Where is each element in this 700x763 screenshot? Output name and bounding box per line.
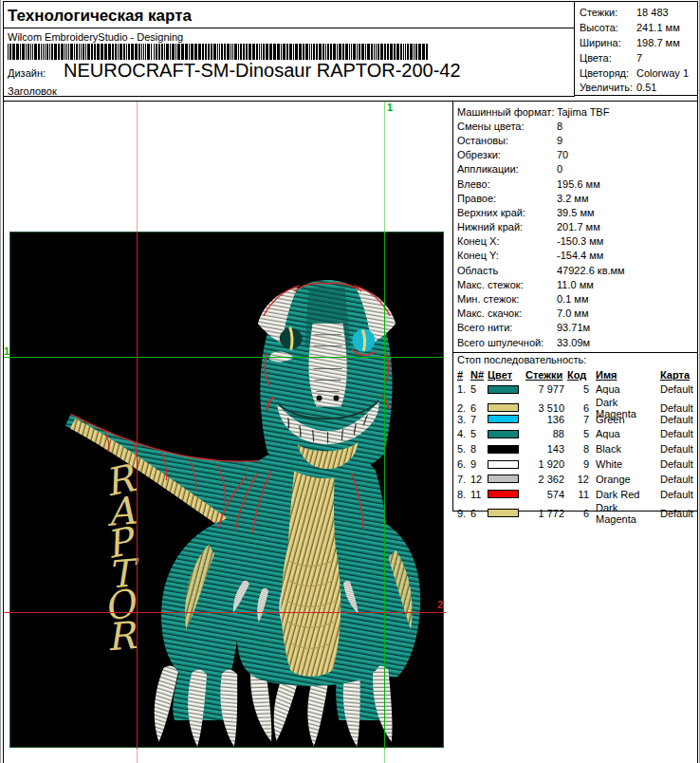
thread-chart: Default bbox=[660, 489, 697, 500]
thread-name: Dark Red bbox=[592, 489, 660, 500]
thread-chart: Default bbox=[660, 443, 697, 455]
info-label: Конец Y: bbox=[457, 250, 557, 261]
summary-row: Стежки:18 483 bbox=[580, 5, 698, 20]
info-label: Конец X: bbox=[457, 235, 557, 247]
thread-color-swatch bbox=[488, 460, 519, 469]
needle-number: 9 bbox=[470, 458, 488, 470]
info-value: 0 bbox=[557, 163, 697, 175]
info-label: Всего шпулечной: bbox=[457, 337, 557, 348]
design-preview: RAPTOR bbox=[9, 232, 444, 748]
column-header: Имя bbox=[596, 369, 617, 381]
summary-label: Цветоряд: bbox=[580, 67, 636, 79]
info-label: Всего нити: bbox=[457, 322, 557, 333]
info-value: 11.0 мм bbox=[557, 279, 697, 290]
column-header: # bbox=[457, 369, 463, 381]
thread-color-swatch bbox=[488, 445, 519, 454]
design-name: NEUROCRAFT-SM-Dinosaur RAPTOR-200-42 bbox=[64, 60, 461, 82]
thread-code: 11 bbox=[567, 489, 592, 500]
thread-code: 7 bbox=[567, 414, 592, 425]
info-value: 3.2 мм bbox=[557, 193, 697, 204]
end-guide-vertical-pale-top bbox=[137, 102, 138, 232]
start-guide-vertical bbox=[384, 232, 385, 749]
summary-row: Цветоряд:Colorway 1 bbox=[580, 65, 698, 81]
column-header: Карта bbox=[660, 369, 690, 381]
summary-label: Цвета: bbox=[580, 52, 636, 64]
stitch-count: 7 977 bbox=[525, 383, 567, 395]
needle-number: 6 bbox=[470, 508, 488, 519]
column-header: N# bbox=[470, 369, 484, 381]
thread-name: Green bbox=[592, 414, 660, 425]
thread-name: Dark Magenta bbox=[592, 502, 660, 525]
thread-code: 5 bbox=[567, 428, 592, 439]
stitch-count: 136 bbox=[525, 414, 567, 425]
thread-code: 9 bbox=[567, 458, 592, 470]
stitch-count: 1 920 bbox=[525, 458, 567, 470]
end-guide-vertical bbox=[137, 232, 138, 749]
needle-number: 5 bbox=[470, 428, 488, 439]
info-value: 39.5 мм bbox=[557, 207, 697, 218]
summary-value: 0.51 bbox=[636, 82, 698, 93]
thread-chart: Default bbox=[660, 474, 697, 485]
needle-number: 6 bbox=[470, 402, 488, 414]
thread-chart: Default bbox=[660, 458, 697, 470]
thread-color-swatch bbox=[488, 475, 519, 483]
table-row: 6.91 9209WhiteDefault bbox=[457, 456, 697, 472]
table-row: 9.61 7726Dark MagentaDefault bbox=[457, 502, 697, 517]
info-row: Макс. стежок:11.0 мм bbox=[457, 277, 697, 291]
row-number: 2. bbox=[457, 402, 470, 414]
info-row: Всего шпулечной:33.09м bbox=[457, 335, 697, 349]
row-number: 4. bbox=[457, 428, 470, 439]
info-value: 9 bbox=[557, 135, 697, 146]
info-label: Обрезки: bbox=[457, 149, 557, 160]
thread-chart: Default bbox=[660, 383, 697, 395]
worksheet-page: Технологическая карта Wilcom EmbroideryS… bbox=[0, 0, 700, 763]
thread-code: 8 bbox=[567, 443, 592, 455]
table-row: 5.81438BlackDefault bbox=[457, 441, 697, 456]
summary-label: Увеличить: bbox=[580, 82, 636, 93]
summary-value: 7 bbox=[636, 52, 698, 64]
info-label: Нижний край: bbox=[457, 221, 557, 233]
stop-sequence-table: #N#ЦветСтежкиКодИмяКарта1.57 9775AquaDef… bbox=[457, 367, 697, 516]
table-row: 8.1157411Dark RedDefault bbox=[457, 487, 697, 502]
info-row: Конец X:-150.3 мм bbox=[457, 234, 697, 249]
summary-value: Colorway 1 bbox=[636, 67, 698, 79]
info-label: Влево: bbox=[457, 178, 557, 190]
summary-row: Цвета:7 bbox=[580, 50, 698, 65]
info-row: Мин. стежок:0.1 мм bbox=[457, 291, 697, 306]
column-header: Цвет bbox=[488, 369, 512, 381]
thread-color-swatch bbox=[488, 385, 519, 394]
thread-chart: Default bbox=[660, 508, 697, 519]
info-row: Макс. скачок:7.0 мм bbox=[457, 307, 697, 321]
row-number: 9. bbox=[457, 508, 470, 519]
info-label: Аппликации: bbox=[457, 163, 557, 175]
color-cell bbox=[488, 490, 525, 498]
info-value: 201.7 мм bbox=[557, 221, 697, 233]
thread-chart: Default bbox=[660, 428, 697, 439]
thread-name: Orange bbox=[592, 474, 660, 485]
info-value: -150.3 мм bbox=[557, 235, 697, 247]
info-row: Влево:195.6 мм bbox=[457, 177, 697, 191]
info-label: Макс. стежок: bbox=[457, 279, 557, 290]
end-marker-right: 2 bbox=[437, 600, 443, 610]
start-guide-vertical-pale-top bbox=[384, 102, 385, 232]
stitch-count: 2 362 bbox=[525, 474, 567, 485]
color-cell bbox=[488, 385, 525, 394]
info-value: 8 bbox=[557, 121, 697, 132]
page-edge-left bbox=[0, 0, 1, 763]
header-box: Технологическая карта Wilcom EmbroideryS… bbox=[3, 1, 575, 97]
thread-color-swatch bbox=[488, 490, 519, 498]
table-row: 4.5885AquaDefault bbox=[457, 427, 697, 442]
thread-chart: Default bbox=[660, 402, 697, 414]
column-header: Стежки bbox=[525, 369, 562, 381]
info-row: Верхних край:39.5 мм bbox=[457, 205, 697, 219]
info-value: -154.4 мм bbox=[557, 250, 697, 261]
end-guide-horizontal bbox=[4, 612, 446, 613]
color-cell bbox=[488, 475, 525, 483]
thread-code: 6 bbox=[567, 402, 592, 414]
table-row: 7.122 36212OrangeDefault bbox=[457, 472, 697, 487]
thread-name: White bbox=[592, 458, 660, 470]
row-number: 7. bbox=[457, 474, 470, 485]
summary-value: 241.1 мм bbox=[636, 22, 698, 33]
summary-label: Высота: bbox=[580, 22, 636, 33]
info-label: Область bbox=[457, 265, 557, 276]
